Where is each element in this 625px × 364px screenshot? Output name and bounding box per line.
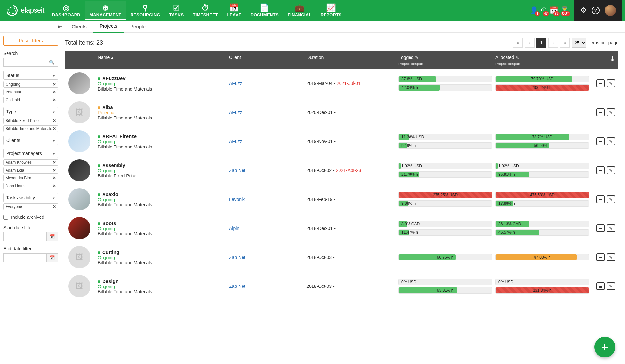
client-link[interactable]: Zap Net <box>229 168 245 173</box>
chip-remove-icon[interactable]: ✕ <box>53 119 56 123</box>
pm-dropdown[interactable]: Project managers <box>3 149 58 158</box>
status-dropdown[interactable]: Status <box>3 71 58 80</box>
nav-leave[interactable]: 📅LEAVE <box>223 1 246 20</box>
top-badge[interactable]: ⏲47 <box>540 6 548 15</box>
chip-remove-icon[interactable]: ✕ <box>53 82 56 87</box>
top-badge[interactable]: ⏳OUT <box>560 6 569 15</box>
edit-icon[interactable]: ✎ <box>607 195 615 203</box>
client-link[interactable]: Levonix <box>229 197 245 202</box>
nav-timesheet[interactable]: ⏱TIMESHEET <box>188 1 222 20</box>
pm-chip: Adam Lola✕ <box>3 167 58 174</box>
client-link[interactable]: AFuzz <box>229 139 242 144</box>
details-icon[interactable]: ≣ <box>596 166 605 174</box>
progress-bar: 42.04% h <box>398 84 492 91</box>
details-icon[interactable]: ≣ <box>596 195 605 203</box>
project-billing: Billable Time and Materials <box>98 202 226 207</box>
tasks-chip: Everyone✕ <box>3 203 58 210</box>
details-icon[interactable]: ≣ <box>596 108 605 116</box>
page-1[interactable]: 1 <box>536 38 546 48</box>
project-name[interactable]: Boots <box>98 220 226 226</box>
help-icon[interactable]: ? <box>592 7 600 14</box>
chip-remove-icon[interactable]: ✕ <box>53 90 56 94</box>
chip-remove-icon[interactable]: ✕ <box>53 176 56 180</box>
pencil-icon[interactable]: ✎ <box>516 55 519 60</box>
details-icon[interactable]: ≣ <box>596 282 605 290</box>
project-name[interactable]: Alba <box>98 105 226 110</box>
project-billing: Billable Time and Materials <box>98 115 226 120</box>
page-size-select[interactable]: 25 <box>572 38 586 48</box>
settings-icon[interactable]: ⚙ <box>580 6 587 15</box>
start-date-picker-icon[interactable]: 📅 <box>47 232 58 241</box>
table-header: Name ▴ Client Duration Logged✎ Project l… <box>65 51 618 69</box>
client-link[interactable]: Alpin <box>229 226 239 231</box>
nav-resourcing[interactable]: ⚲RESOURCING <box>126 1 165 20</box>
col-logged[interactable]: Logged✎ Project lifespan <box>398 55 492 66</box>
edit-icon[interactable]: ✎ <box>607 108 615 116</box>
table-row: AFuzzDevOngoingBillable Time and Materia… <box>65 69 618 98</box>
nav-reports[interactable]: 📈REPORTS <box>316 1 346 20</box>
nav-tasks[interactable]: ☑TASKS <box>165 1 188 20</box>
col-allocated[interactable]: Allocated✎ Project lifespan <box>495 55 589 66</box>
end-date-picker-icon[interactable]: 📅 <box>47 253 58 262</box>
end-date-input[interactable] <box>3 253 47 262</box>
chip-remove-icon[interactable]: ✕ <box>53 168 56 173</box>
download-icon[interactable]: ⤓ <box>610 55 615 62</box>
tab-clients[interactable]: Clients <box>65 21 93 32</box>
reset-filters-button[interactable]: Reset filters <box>3 36 58 46</box>
search-button[interactable]: 🔍 <box>46 58 58 67</box>
nav-financial[interactable]: 💼FINANCIAL <box>283 1 316 20</box>
tasks-dropdown[interactable]: Tasks visibility <box>3 193 58 202</box>
tab-people[interactable]: People <box>124 21 152 32</box>
table-row: 🖼DesignOngoingBillable Time and Material… <box>65 272 618 301</box>
clients-dropdown[interactable]: Clients <box>3 136 58 145</box>
include-archived-checkbox[interactable] <box>3 215 8 220</box>
top-badge[interactable]: 👤1 <box>530 6 538 15</box>
details-icon[interactable]: ≣ <box>596 253 605 261</box>
type-dropdown[interactable]: Type <box>3 107 58 116</box>
nav-dashboard[interactable]: ◎DASHBOARD <box>48 1 85 20</box>
chip-remove-icon[interactable]: ✕ <box>53 160 56 165</box>
client-link[interactable]: Zap Net <box>229 284 245 289</box>
edit-icon[interactable]: ✎ <box>607 166 615 174</box>
project-name[interactable]: Design <box>98 278 226 284</box>
chip-remove-icon[interactable]: ✕ <box>53 98 56 102</box>
project-name[interactable]: Cutting <box>98 249 226 255</box>
project-name[interactable]: ARPAT Firenze <box>98 133 226 139</box>
logo[interactable]: elapseit <box>3 5 48 16</box>
include-archived-row[interactable]: Include archived <box>3 215 58 220</box>
nav-management[interactable]: ⊕MANAGEMENT <box>85 1 126 20</box>
col-name[interactable]: Name ▴ <box>98 55 226 60</box>
edit-icon[interactable]: ✎ <box>607 137 615 145</box>
col-client[interactable]: Client <box>229 55 303 60</box>
chip-remove-icon[interactable]: ✕ <box>53 204 56 209</box>
chip-remove-icon[interactable]: ✕ <box>53 126 56 131</box>
page-last[interactable]: » <box>560 38 570 48</box>
page-prev[interactable]: ‹ <box>525 38 535 48</box>
project-name[interactable]: AFuzzDev <box>98 76 226 81</box>
edit-icon[interactable]: ✎ <box>607 253 615 261</box>
top-badge[interactable]: 📅75 <box>549 6 558 15</box>
collapse-sidebar-icon[interactable]: ⇤ <box>58 23 62 30</box>
project-name[interactable]: Assembly <box>98 162 226 168</box>
chip-remove-icon[interactable]: ✕ <box>53 184 56 188</box>
page-next[interactable]: › <box>548 38 558 48</box>
details-icon[interactable]: ≣ <box>596 137 605 145</box>
nav-documents[interactable]: 📄DOCUMENTS <box>246 1 283 20</box>
pencil-icon[interactable]: ✎ <box>415 55 418 60</box>
col-duration[interactable]: Duration <box>306 55 395 60</box>
start-date-input[interactable] <box>3 232 47 241</box>
main-nav: ◎DASHBOARD⊕MANAGEMENT⚲RESOURCING☑TASKS⏱T… <box>48 1 530 20</box>
client-link[interactable]: AFuzz <box>229 110 242 115</box>
page-first[interactable]: « <box>513 38 523 48</box>
user-avatar[interactable] <box>605 5 616 16</box>
details-icon[interactable]: ≣ <box>596 79 605 87</box>
edit-icon[interactable]: ✎ <box>607 224 615 232</box>
project-name[interactable]: Axaxio <box>98 191 226 197</box>
details-icon[interactable]: ≣ <box>596 224 605 232</box>
client-link[interactable]: Zap Net <box>229 255 245 260</box>
client-link[interactable]: AFuzz <box>229 81 242 86</box>
search-input[interactable] <box>3 58 46 67</box>
tab-projects[interactable]: Projects <box>93 21 124 33</box>
edit-icon[interactable]: ✎ <box>607 79 615 87</box>
edit-icon[interactable]: ✎ <box>607 282 615 290</box>
